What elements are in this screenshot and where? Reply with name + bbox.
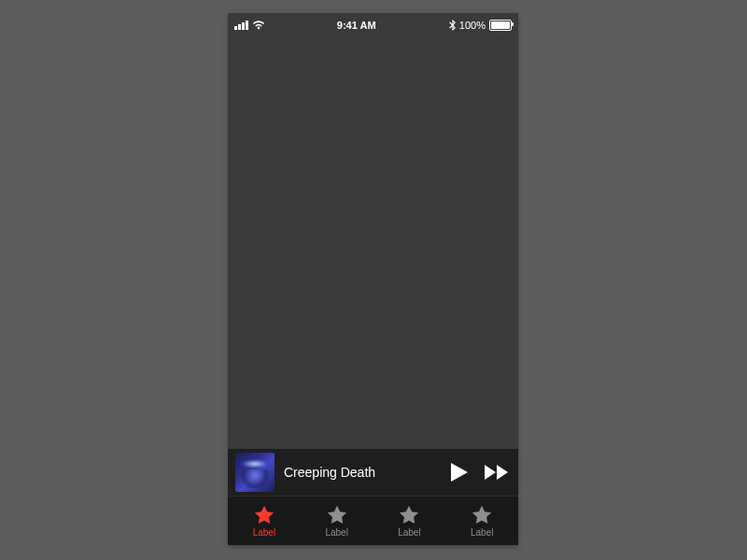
cellular-signal-icon (234, 21, 248, 30)
play-icon[interactable] (451, 463, 468, 482)
track-title: Creeping Death (284, 465, 442, 480)
fast-forward-icon[interactable] (485, 465, 509, 480)
tab-item-2[interactable]: Label (301, 497, 374, 545)
bluetooth-icon (449, 20, 456, 31)
battery-percentage: 100% (459, 20, 486, 31)
tab-label: Label (471, 527, 493, 538)
album-art[interactable] (235, 453, 275, 492)
phone-frame: 9:41 AM 100% Creeping Death (228, 13, 518, 545)
star-icon (254, 505, 275, 525)
tab-item-1[interactable]: Label (228, 497, 301, 545)
wifi-icon (252, 20, 264, 32)
main-content (228, 34, 518, 449)
svg-marker-2 (497, 465, 508, 480)
tab-label: Label (325, 527, 347, 538)
star-icon (327, 505, 347, 525)
status-time: 9:41 AM (337, 20, 376, 31)
tab-item-3[interactable]: Label (374, 497, 446, 545)
svg-marker-0 (451, 463, 468, 482)
star-icon (399, 505, 419, 525)
now-playing-bar[interactable]: Creeping Death (228, 449, 518, 497)
status-bar: 9:41 AM 100% (228, 13, 518, 34)
tab-label: Label (253, 527, 275, 538)
tab-item-4[interactable]: Label (445, 497, 518, 545)
playback-controls (451, 463, 509, 482)
battery-icon (489, 20, 512, 31)
status-right: 100% (449, 20, 512, 31)
tab-label: Label (398, 527, 420, 538)
star-icon (472, 505, 492, 525)
tab-bar: Label Label Label Label (228, 497, 518, 545)
status-left (234, 20, 264, 32)
svg-marker-1 (485, 465, 496, 480)
